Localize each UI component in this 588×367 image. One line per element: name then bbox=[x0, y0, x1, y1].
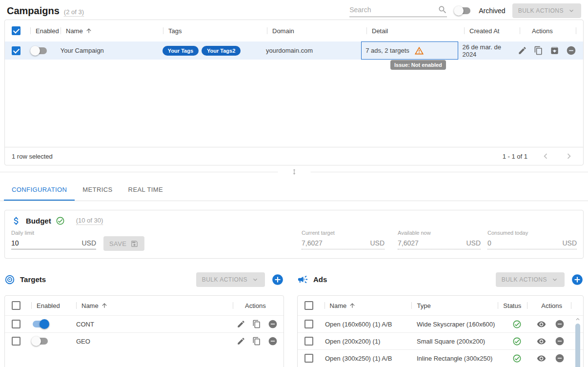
chevron-down-icon bbox=[551, 276, 559, 284]
remove-button[interactable] bbox=[555, 319, 565, 329]
bulk-actions-button[interactable]: BULK ACTIONS bbox=[512, 3, 581, 18]
targets-col-enabled[interactable]: Enabled bbox=[37, 302, 60, 309]
campaign-detail-cell[interactable]: 7 ads, 2 targets bbox=[361, 41, 458, 60]
targets-select-all-checkbox[interactable] bbox=[12, 301, 20, 310]
remove-icon bbox=[555, 319, 565, 329]
ads-section: Ads BULK ACTIONS Name Type Status Action… bbox=[297, 272, 584, 367]
tag-pill: Your Tags2 bbox=[202, 46, 241, 56]
campaign-enabled-toggle[interactable] bbox=[30, 46, 48, 56]
ads-table: Name Type Status Actions Open (160x600) … bbox=[297, 295, 584, 367]
sort-asc-icon[interactable] bbox=[85, 27, 92, 34]
save-budget-button[interactable]: SAVE bbox=[103, 236, 144, 251]
add-icon bbox=[271, 273, 284, 286]
consumed-today-label: Consumed today bbox=[487, 230, 577, 236]
rows-selected-text: 1 row selected bbox=[12, 153, 53, 160]
ad-row[interactable]: Open (160x600) (1) A/B Wide Skyscraper (… bbox=[298, 315, 583, 332]
ads-col-status[interactable]: Status bbox=[503, 302, 521, 309]
sort-asc-icon[interactable] bbox=[101, 302, 108, 309]
next-page-button[interactable] bbox=[564, 151, 574, 162]
remove-button[interactable] bbox=[268, 336, 278, 346]
tab-metrics[interactable]: METRICS bbox=[75, 178, 120, 201]
current-target-value: 7,6027 USD bbox=[302, 239, 385, 249]
save-icon bbox=[130, 240, 139, 248]
remove-icon bbox=[555, 353, 565, 363]
tab-real-time[interactable]: REAL TIME bbox=[121, 178, 171, 201]
campaign-name: Your Campaign bbox=[61, 47, 104, 54]
current-target-label: Current target bbox=[302, 230, 385, 236]
ad-row[interactable]: Open (300x250) (1) A/B Inline Rectangle … bbox=[298, 349, 583, 367]
add-ad-button[interactable] bbox=[571, 273, 584, 286]
ads-select-all-checkbox[interactable] bbox=[304, 301, 313, 310]
duplicate-button[interactable] bbox=[252, 337, 261, 346]
remove-icon bbox=[566, 45, 576, 56]
status-ok-icon bbox=[512, 337, 522, 346]
campaign-detail: 7 ads, 2 targets bbox=[365, 47, 409, 54]
duplicate-icon bbox=[252, 320, 261, 328]
remove-button[interactable] bbox=[268, 319, 278, 329]
resize-handle-icon[interactable] bbox=[278, 167, 310, 177]
ad-checkbox[interactable] bbox=[304, 354, 313, 363]
archive-button[interactable] bbox=[550, 46, 559, 55]
target-enabled-toggle[interactable] bbox=[31, 319, 49, 329]
view-button[interactable] bbox=[537, 320, 546, 329]
targets-bulk-actions-button[interactable]: BULK ACTIONS bbox=[196, 272, 265, 287]
budget-title: Budget bbox=[26, 217, 51, 225]
warning-icon[interactable] bbox=[414, 46, 424, 56]
campaigns-table-footer: 1 row selected 1 - 1 of 1 bbox=[5, 147, 583, 165]
duplicate-button[interactable] bbox=[252, 320, 261, 328]
view-button[interactable] bbox=[537, 337, 546, 346]
col-enabled[interactable]: Enabled bbox=[36, 27, 59, 35]
edit-button[interactable] bbox=[237, 337, 245, 346]
edit-button[interactable] bbox=[518, 46, 527, 55]
ads-icon bbox=[297, 274, 308, 285]
panel-splitter[interactable] bbox=[0, 165, 588, 178]
archived-toggle[interactable] bbox=[454, 6, 472, 16]
remove-icon bbox=[268, 336, 278, 346]
ad-checkbox[interactable] bbox=[304, 320, 313, 328]
detail-tabs: CONFIGURATION METRICS REAL TIME bbox=[0, 178, 588, 201]
ads-bulk-actions-button[interactable]: BULK ACTIONS bbox=[496, 272, 565, 287]
status-ok-icon bbox=[512, 320, 522, 329]
remove-button[interactable] bbox=[555, 336, 565, 346]
ad-row[interactable]: Open (200x200) (1) Small Square (200x200… bbox=[298, 332, 583, 349]
ad-checkbox[interactable] bbox=[304, 337, 313, 346]
remove-button[interactable] bbox=[566, 45, 576, 56]
sort-asc-icon[interactable] bbox=[349, 302, 356, 309]
scroll-up-icon[interactable] bbox=[574, 316, 581, 323]
ads-table-header: Name Type Status Actions bbox=[298, 296, 583, 315]
targets-col-name[interactable]: Name bbox=[81, 302, 99, 309]
campaign-created-at: 26 de mar. de 2024 bbox=[462, 43, 510, 58]
target-row[interactable]: GEO bbox=[5, 332, 284, 349]
ads-scrollbar[interactable] bbox=[575, 317, 581, 367]
tab-configuration[interactable]: CONFIGURATION bbox=[4, 178, 75, 201]
edit-button[interactable] bbox=[237, 320, 245, 328]
select-all-checkbox[interactable] bbox=[12, 26, 20, 35]
col-name[interactable]: Name bbox=[66, 27, 83, 35]
view-button[interactable] bbox=[537, 354, 546, 363]
duplicate-button[interactable] bbox=[534, 46, 543, 55]
col-created-at[interactable]: Created At bbox=[469, 27, 499, 35]
col-tags[interactable]: Tags bbox=[168, 27, 182, 35]
ad-type: Wide Skyscraper (160x600) bbox=[417, 321, 495, 328]
ads-col-type[interactable]: Type bbox=[417, 302, 430, 309]
col-domain[interactable]: Domain bbox=[272, 27, 294, 35]
search-field[interactable] bbox=[349, 5, 447, 17]
daily-limit-input[interactable]: 10 USD bbox=[11, 239, 96, 249]
remove-icon bbox=[268, 319, 278, 329]
col-detail[interactable]: Detail bbox=[372, 27, 388, 35]
target-checkbox[interactable] bbox=[12, 320, 20, 328]
remove-button[interactable] bbox=[555, 353, 565, 363]
scrollbar-thumb[interactable] bbox=[575, 324, 580, 367]
target-row[interactable]: CONT bbox=[5, 315, 284, 332]
add-icon bbox=[571, 273, 584, 286]
campaign-row[interactable]: Your Campaign Your Tags Your Tags2 yourd… bbox=[5, 41, 583, 60]
remove-icon bbox=[555, 336, 565, 346]
target-enabled-toggle[interactable] bbox=[31, 336, 49, 346]
row-checkbox[interactable] bbox=[12, 46, 20, 55]
prev-page-button[interactable] bbox=[540, 151, 551, 162]
add-target-button[interactable] bbox=[271, 273, 284, 286]
search-input[interactable] bbox=[349, 6, 438, 14]
issue-tooltip: Issue: Not enabled bbox=[390, 60, 446, 70]
target-checkbox[interactable] bbox=[12, 337, 20, 346]
ads-col-name[interactable]: Name bbox=[330, 302, 347, 309]
